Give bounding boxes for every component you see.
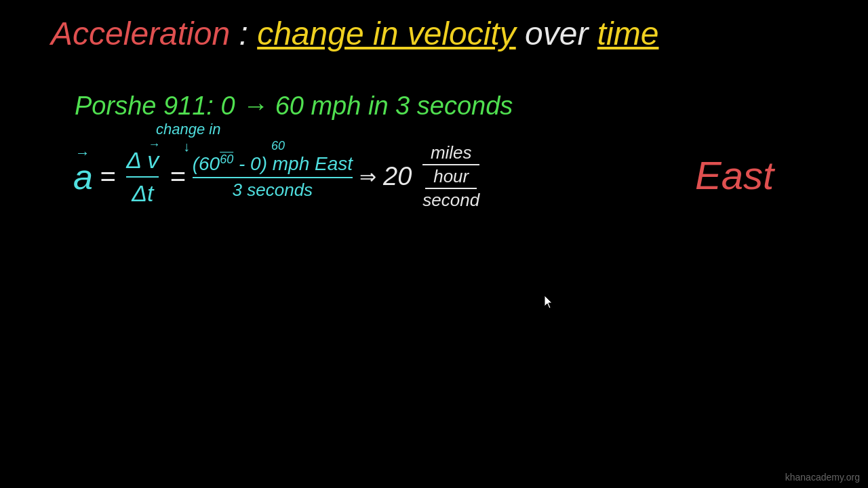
delta-v-over-delta-t: Δ → v Δt: [126, 147, 159, 207]
title-over: over: [525, 16, 597, 52]
fraction-numerator-speed: (6060 - 0) mph East: [193, 152, 353, 175]
v-vector: → v: [147, 147, 159, 174]
title-change-in-velocity: change in velocity: [257, 16, 516, 52]
mouse-cursor: [545, 296, 553, 309]
delta-v-numerator: Δ → v: [126, 147, 159, 175]
units-fraction-line-1: [422, 164, 479, 165]
east-direction-label: East: [695, 152, 774, 198]
title-colon: :: [239, 16, 257, 52]
units-fraction-line-2: [425, 188, 476, 189]
watermark: khanacademy.org: [785, 472, 860, 483]
sixty: 60: [199, 154, 220, 175]
implies-arrow: ⇒: [359, 165, 376, 188]
a-letter: a: [73, 157, 93, 197]
fraction-line-2: [193, 177, 353, 178]
porsche-line: Porshe 911: 0 → 60 mph in 3 seconds: [75, 92, 513, 121]
svg-marker-0: [545, 296, 552, 308]
delta-t-denominator: Δt: [132, 179, 153, 207]
superscript-sixty: 60: [271, 139, 285, 153]
sixty-overline: 60: [220, 152, 233, 166]
page-title: Acceleration : change in velocity over t…: [51, 15, 658, 52]
title-acceleration: Acceleration: [51, 16, 230, 52]
fraction-line-1: [126, 176, 159, 178]
fraction-denominator-time: 3 seconds: [233, 180, 313, 201]
units-miles-per-hour-per-second: miles hour second: [422, 142, 479, 211]
units-miles: miles: [431, 142, 472, 163]
result-twenty: 20: [383, 162, 412, 191]
title-time: time: [597, 16, 659, 52]
units-hour: hour: [433, 166, 469, 187]
a-vector: → a: [73, 157, 93, 197]
vector-arrow-v: →: [148, 138, 160, 152]
equals-sign-2: =: [170, 161, 185, 192]
vector-arrow-a: →: [75, 144, 90, 162]
equals-sign-1: =: [100, 161, 115, 192]
units-second: second: [422, 190, 479, 211]
change-in-label: change in: [156, 121, 220, 138]
delta-symbol-v: Δ: [126, 147, 141, 173]
